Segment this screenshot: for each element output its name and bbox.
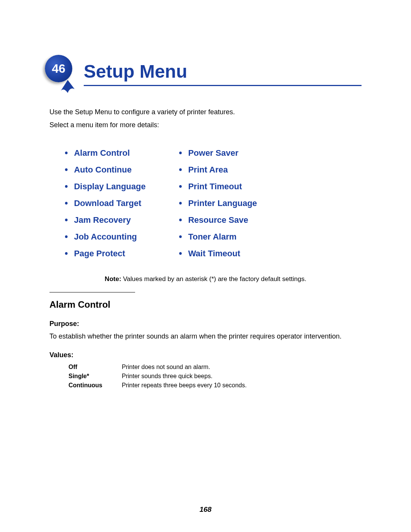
- intro-line-2: Select a menu item for more details:: [49, 120, 362, 131]
- bullet-icon: •: [179, 232, 182, 241]
- menu-link-label: Alarm Control: [74, 148, 130, 158]
- table-row: Continuous Printer repeats three beeps e…: [68, 382, 362, 389]
- bullet-icon: •: [179, 182, 182, 191]
- bullet-icon: •: [179, 249, 182, 258]
- bullet-icon: •: [179, 198, 182, 208]
- chapter-number: 46: [52, 62, 65, 76]
- purpose-text: To establish whether the printer sounds …: [49, 332, 362, 340]
- menu-link-label: Jam Recovery: [74, 215, 131, 225]
- menu-link-label: Resource Save: [188, 215, 248, 225]
- menu-link-label: Page Protect: [74, 249, 125, 259]
- menu-item-power-saver[interactable]: • Power Saver: [179, 148, 293, 158]
- menu-item-page-protect[interactable]: • Page Protect: [65, 249, 179, 259]
- bullet-icon: •: [65, 198, 68, 208]
- menu-item-jam-recovery[interactable]: • Jam Recovery: [65, 215, 179, 225]
- bullet-icon: •: [65, 249, 68, 258]
- value-desc: Printer does not sound an alarm.: [122, 364, 362, 371]
- menu-col-right: • Power Saver • Print Area • Print Timeo…: [179, 141, 293, 265]
- menu-col-left: • Alarm Control • Auto Continue • Displa…: [65, 141, 179, 265]
- menu-item-job-accounting[interactable]: • Job Accounting: [65, 232, 179, 242]
- page-number: 168: [0, 505, 411, 514]
- menu-item-list: • Alarm Control • Auto Continue • Displa…: [49, 141, 362, 265]
- bullet-icon: •: [65, 232, 68, 241]
- purpose-label: Purpose:: [49, 320, 362, 328]
- menu-link-label: Auto Continue: [74, 165, 132, 175]
- menu-item-display-language[interactable]: • Display Language: [65, 182, 179, 192]
- menu-link-label: Print Area: [188, 165, 228, 175]
- menu-item-print-timeout[interactable]: • Print Timeout: [179, 182, 293, 192]
- menu-item-alarm-control[interactable]: • Alarm Control: [65, 148, 179, 158]
- section-rule: [49, 292, 135, 292]
- menu-item-print-area[interactable]: • Print Area: [179, 165, 293, 175]
- section-heading: Alarm Control: [49, 299, 362, 310]
- bullet-icon: •: [179, 148, 182, 157]
- chapter-badge: 46: [45, 55, 72, 82]
- table-row: Single* Printer sounds three quick beeps…: [68, 373, 362, 380]
- chapter-header: 46 Setup Menu: [49, 57, 362, 86]
- bullet-icon: •: [65, 182, 68, 191]
- note-text: Values marked by an asterisk (*) are the…: [121, 275, 306, 283]
- menu-item-auto-continue[interactable]: • Auto Continue: [65, 165, 179, 175]
- bullet-icon: •: [65, 148, 68, 157]
- menu-link-label: Download Target: [74, 198, 141, 208]
- values-label: Values:: [49, 351, 362, 359]
- menu-link-label: Wait Timeout: [188, 249, 240, 259]
- bullet-icon: •: [179, 165, 182, 174]
- intro-line-1: Use the Setup Menu to configure a variet…: [49, 107, 362, 118]
- table-row: Off Printer does not sound an alarm.: [68, 364, 362, 371]
- menu-item-resource-save[interactable]: • Resource Save: [179, 215, 293, 225]
- menu-link-label: Power Saver: [188, 148, 238, 158]
- menu-link-label: Toner Alarm: [188, 232, 236, 242]
- value-desc: Printer sounds three quick beeps.: [122, 373, 362, 380]
- title-rule: [84, 85, 362, 86]
- menu-link-label: Job Accounting: [74, 232, 137, 242]
- document-page: 46 Setup Menu Use the Setup Menu to conf…: [0, 0, 411, 532]
- menu-link-label: Printer Language: [188, 198, 257, 208]
- menu-item-printer-language[interactable]: • Printer Language: [179, 198, 293, 208]
- menu-item-download-target[interactable]: • Download Target: [65, 198, 179, 208]
- note-line: Note: Values marked by an asterisk (*) a…: [49, 275, 362, 283]
- badge-tail-icon: [59, 80, 77, 94]
- value-name: Off: [68, 364, 122, 371]
- chapter-title: Setup Menu: [84, 57, 362, 82]
- menu-link-label: Display Language: [74, 182, 145, 192]
- menu-item-toner-alarm[interactable]: • Toner Alarm: [179, 232, 293, 242]
- menu-link-label: Print Timeout: [188, 182, 242, 192]
- note-label: Note:: [105, 275, 121, 283]
- bullet-icon: •: [65, 215, 68, 224]
- bullet-icon: •: [65, 165, 68, 174]
- value-desc: Printer repeats three beeps every 10 sec…: [122, 382, 362, 389]
- value-name: Continuous: [68, 382, 122, 389]
- bullet-icon: •: [179, 215, 182, 224]
- menu-item-wait-timeout[interactable]: • Wait Timeout: [179, 249, 293, 259]
- values-table: Off Printer does not sound an alarm. Sin…: [68, 364, 362, 389]
- value-name: Single*: [68, 373, 122, 380]
